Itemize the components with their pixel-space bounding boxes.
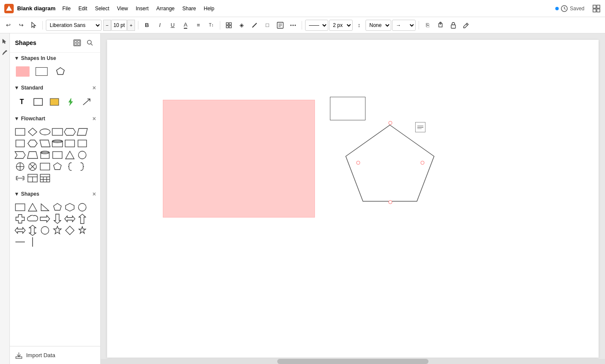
shape-preview-pentagon[interactable] — [53, 66, 68, 78]
shape-line[interactable] — [14, 236, 26, 248]
shape-right-triangle[interactable] — [39, 202, 51, 213]
pointer-button[interactable] — [28, 20, 39, 31]
menu-insert[interactable]: Insert — [132, 5, 152, 12]
grid-icon[interactable] — [592, 4, 601, 13]
std-fill-rect[interactable] — [47, 95, 62, 108]
shape-preview-pink-rect[interactable] — [15, 66, 30, 78]
fc-brace-right[interactable] — [76, 161, 88, 172]
canvas-white-rect[interactable] — [330, 97, 365, 120]
underline-button[interactable]: U — [167, 20, 178, 31]
font-size-decrease[interactable]: − — [103, 20, 111, 31]
fc-chevron[interactable] — [14, 149, 26, 161]
fc-table2[interactable] — [39, 173, 51, 184]
search-button[interactable] — [85, 38, 95, 48]
insert-button[interactable] — [223, 20, 234, 31]
extra-button[interactable] — [288, 20, 299, 31]
shape-cross[interactable] — [14, 213, 26, 224]
menu-file[interactable]: File — [59, 5, 74, 12]
flowchart-close-button[interactable]: × — [93, 115, 96, 122]
fc-hex2[interactable] — [27, 138, 39, 149]
canvas-pink-rect[interactable] — [163, 100, 315, 218]
undo-button[interactable]: ↩ — [3, 20, 14, 31]
lock-button[interactable] — [448, 20, 459, 31]
standard-header[interactable]: ▼ Standard × — [10, 82, 100, 94]
fc-rect4[interactable] — [64, 138, 76, 149]
shape-preview-rect[interactable] — [34, 66, 49, 78]
shape-cloud[interactable] — [27, 213, 39, 224]
shape-arrow-up[interactable] — [76, 213, 88, 224]
bottom-scrollbar[interactable] — [101, 359, 605, 364]
fc-rect[interactable] — [14, 126, 26, 137]
fc-brace-left[interactable] — [64, 161, 76, 172]
fc-rect6[interactable] — [51, 149, 63, 161]
fc-hex[interactable] — [64, 126, 76, 137]
shape-triangle[interactable] — [27, 202, 39, 213]
redo-button[interactable]: ↪ — [15, 20, 27, 31]
fc-circle[interactable] — [76, 149, 88, 161]
fc-plus[interactable] — [14, 161, 26, 172]
fc-rect7[interactable] — [39, 161, 51, 172]
shape-arrow-right[interactable] — [39, 213, 51, 224]
font-color-button[interactable]: A — [180, 20, 191, 31]
align-button[interactable]: ≡ — [193, 20, 204, 31]
menu-share[interactable]: Share — [179, 5, 200, 12]
fc-rect2[interactable] — [51, 126, 63, 137]
fc-rect5[interactable] — [76, 138, 88, 149]
edit-button[interactable] — [461, 20, 472, 31]
shape-arrow-both[interactable] — [14, 225, 26, 236]
format-button[interactable] — [275, 20, 286, 31]
shape-arrow-left-right[interactable] — [64, 213, 76, 224]
shapes-header[interactable]: ▼ Shapes × — [10, 188, 100, 200]
waypoint-button[interactable]: ↕ — [353, 20, 365, 31]
cursor-tool[interactable] — [0, 37, 9, 46]
gallery-button[interactable] — [72, 38, 82, 48]
shape-circle[interactable] — [76, 202, 88, 213]
fc-trapezoid[interactable] — [27, 149, 39, 161]
menu-help[interactable]: Help — [201, 5, 218, 12]
std-text[interactable]: T — [14, 95, 30, 108]
shape-star2[interactable] — [76, 225, 88, 236]
text-pos-button[interactable]: T↕ — [206, 20, 217, 31]
pen-tool[interactable] — [0, 48, 9, 57]
import-data-button[interactable]: Import Data — [10, 346, 100, 364]
shape-diamond[interactable] — [64, 225, 76, 236]
fc-oval[interactable] — [39, 126, 51, 137]
shapes-in-use-header[interactable]: ▼ Shapes In Use — [10, 53, 100, 64]
font-size-input[interactable] — [111, 20, 127, 31]
line-width-select[interactable]: 2 px — [329, 20, 353, 31]
fc-bracket[interactable] — [14, 173, 26, 184]
std-rect[interactable] — [30, 95, 46, 108]
fc-rect3[interactable] — [14, 138, 26, 149]
shape-pentagon[interactable] — [51, 202, 63, 213]
std-arrow[interactable] — [79, 95, 95, 108]
canvas-area[interactable] — [101, 33, 605, 364]
arrow-end-select[interactable]: → — [392, 20, 416, 31]
shadow-button[interactable]: □ — [262, 20, 273, 31]
canvas-paper[interactable] — [107, 40, 599, 358]
fc-cylinder[interactable] — [39, 149, 51, 161]
fc-parallelogram2[interactable] — [39, 138, 51, 149]
shape-star[interactable] — [51, 225, 63, 236]
bold-button[interactable]: B — [141, 20, 153, 31]
shape-rect[interactable] — [14, 202, 26, 213]
shape-hexagon[interactable] — [64, 202, 76, 213]
canvas-pentagon[interactable] — [344, 123, 436, 206]
italic-button[interactable]: I — [154, 20, 165, 31]
menu-select[interactable]: Select — [92, 5, 113, 12]
fc-parallelogram[interactable] — [76, 126, 88, 137]
line-color-button[interactable] — [249, 20, 260, 31]
fc-triangle[interactable] — [64, 149, 76, 161]
arrow-style-select[interactable]: None — [365, 20, 391, 31]
fc-cross-circle[interactable] — [27, 161, 39, 172]
menu-edit[interactable]: Edit — [75, 5, 91, 12]
menu-arrange[interactable]: Arrange — [153, 5, 178, 12]
flowchart-header[interactable]: ▼ Flowchart × — [10, 113, 100, 125]
shape-vline[interactable] — [27, 236, 39, 248]
fc-tape[interactable] — [51, 138, 63, 149]
shape-circle2[interactable] — [39, 225, 51, 236]
font-size-increase[interactable]: + — [127, 20, 135, 31]
fc-table1[interactable] — [27, 173, 39, 184]
line-style-select[interactable]: —— — [305, 20, 328, 31]
menu-view[interactable]: View — [114, 5, 132, 12]
std-lightning[interactable] — [63, 95, 78, 108]
